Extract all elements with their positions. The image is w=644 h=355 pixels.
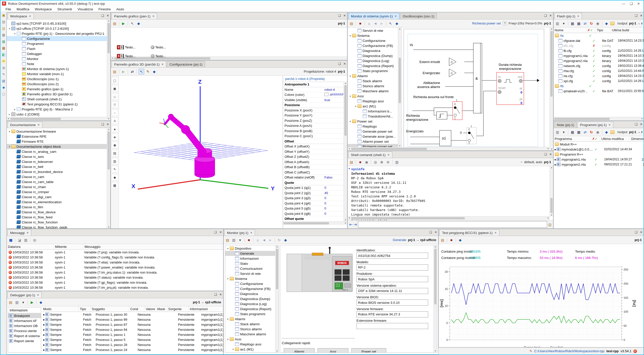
tree-item[interactable]: ▾Progetto RTE (prj-1) - Deescrizione del… bbox=[7, 31, 110, 36]
tree-item[interactable]: Generale bbox=[225, 251, 279, 256]
column-header[interactable]: Mittente bbox=[54, 244, 84, 249]
message-row[interactable]: ✕10/03/2022 10:36:58sysm-1Variabile (?.s… bbox=[7, 275, 223, 280]
hand-icon[interactable]: ◉ bbox=[595, 21, 600, 26]
tab-programmi[interactable]: Programmi (prj-1)✕ bbox=[577, 122, 613, 128]
close-icon[interactable]: ✕ bbox=[640, 14, 642, 17]
pause-icon[interactable]: ▮▮ bbox=[8, 238, 13, 243]
close-icon[interactable]: ✕ bbox=[250, 231, 252, 234]
zoom-in-icon[interactable]: ⊕ bbox=[379, 160, 384, 165]
property-row[interactable]: Posizione A (posA) bbox=[283, 123, 347, 129]
back-icon[interactable]: ◄ bbox=[262, 238, 267, 243]
debug-info-item[interactable]: Informazioni OB bbox=[8, 323, 41, 328]
3d-tool-icon[interactable]: ◆ bbox=[112, 174, 118, 181]
tree-item[interactable]: Classe rc_flow_device bbox=[7, 210, 110, 215]
help-icon[interactable]: ◆ bbox=[283, 238, 288, 243]
tree-item[interactable]: ▾Documentazione object block bbox=[7, 144, 110, 149]
menu-item-visualizza[interactable]: Visualizza bbox=[75, 7, 95, 12]
close-icon[interactable]: ✕ bbox=[434, 230, 437, 234]
column-header[interactable]: ✗✓ bbox=[586, 27, 596, 33]
tree-item[interactable]: Classe rc_bounded_device bbox=[7, 169, 110, 174]
tree-item[interactable]: Classe rc_digi_cam bbox=[7, 194, 110, 199]
tree-item[interactable]: Informazioni base bbox=[225, 352, 279, 353]
message-row[interactable]: ✕10/03/2022 10:36:58sysm-1Variabile (?.t… bbox=[7, 285, 223, 290]
tree-item[interactable]: Classe rc_flow_function_pppb bbox=[7, 225, 110, 228]
expand-icon[interactable]: ▸ bbox=[43, 348, 45, 352]
tree-item[interactable]: Classe rc_crimper bbox=[7, 189, 110, 194]
tree-item[interactable]: Riepilogo bbox=[348, 124, 401, 129]
maximize-button[interactable]: ❏ bbox=[630, 2, 633, 6]
float-icon[interactable]: ❏ bbox=[338, 14, 341, 17]
float-icon[interactable]: ❏ bbox=[544, 14, 547, 17]
tree-item[interactable]: Generale power set bbox=[348, 129, 401, 134]
expand-icon[interactable]: ▸ bbox=[555, 147, 556, 151]
search-icon[interactable]: ◎ bbox=[373, 160, 378, 165]
copy-icon[interactable]: ▥ bbox=[231, 238, 236, 243]
dropdown-icon[interactable]: ▾ bbox=[561, 21, 566, 26]
help-icon[interactable]: ◆ bbox=[394, 21, 399, 26]
help-icon[interactable]: ◆ bbox=[458, 238, 463, 243]
forward-icon[interactable]: ► bbox=[268, 238, 273, 243]
expand-icon[interactable]: ▸ bbox=[43, 338, 45, 342]
close-icon[interactable]: ✕ bbox=[343, 62, 346, 66]
float-icon[interactable]: ❏ bbox=[429, 230, 432, 234]
tree-item[interactable]: Flash bbox=[7, 46, 110, 51]
field-value[interactable]: RP-2 bbox=[356, 264, 428, 271]
title-bar[interactable]: R Robox Development Environment x64, v3.… bbox=[1, 1, 643, 7]
tree-item[interactable]: Servizi di rete bbox=[225, 271, 279, 276]
property-row[interactable]: Quota joint 5 (qj5)0 bbox=[283, 206, 347, 211]
scrollbar[interactable]: ▲▼ bbox=[107, 128, 110, 228]
tree-item[interactable]: Classe rc_film bbox=[7, 204, 110, 210]
forward-icon[interactable]: ► bbox=[379, 21, 384, 26]
float-icon[interactable]: ❏ bbox=[214, 230, 217, 234]
tree-item[interactable]: Classe rc_elementlocation bbox=[7, 199, 110, 204]
tree-item[interactable]: Stato bbox=[225, 261, 279, 266]
expand-icon[interactable]: ▸ bbox=[13, 108, 16, 111]
tree-item[interactable]: Allarmi power set bbox=[348, 139, 401, 144]
dropdown-icon[interactable]: ▾ bbox=[561, 130, 566, 135]
tree-item[interactable]: Classe rc_axis bbox=[7, 154, 110, 159]
scrollbar[interactable]: ▲▼ bbox=[550, 27, 553, 151]
expand-icon[interactable]: ▾ bbox=[8, 27, 11, 30]
expand-icon[interactable]: ▾ bbox=[231, 348, 235, 351]
expand-icon[interactable]: ▾ bbox=[349, 95, 352, 98]
toggle-switch[interactable]: 01 bbox=[117, 54, 124, 58]
tree-item[interactable]: Pannello grafico 3D (pan3d-1) bbox=[7, 92, 110, 97]
help-icon[interactable]: ◆ bbox=[152, 69, 157, 74]
sync-icon[interactable]: ⇄ bbox=[583, 130, 588, 135]
tree-item[interactable]: ▾Power set bbox=[348, 119, 401, 124]
copy-icon[interactable]: ▥ bbox=[23, 238, 28, 243]
expand-icon[interactable]: ▸ bbox=[555, 163, 556, 166]
stop-icon[interactable]: ■ bbox=[449, 238, 454, 243]
column-header[interactable]: Tipo bbox=[79, 306, 91, 312]
program-row[interactable]: ▸myprogram2.r4a✓09/02/2022 17:21:21102 bbox=[554, 162, 644, 167]
property-row[interactable]: Offset Y (offsetY) bbox=[283, 149, 347, 155]
tree-item[interactable]: Informazioni bbox=[225, 256, 279, 261]
close-icon[interactable]: ✕ bbox=[37, 123, 40, 127]
left-toolbar-icon[interactable]: ✉ bbox=[2, 59, 6, 63]
left-toolbar-icon[interactable]: ◆ bbox=[2, 85, 6, 90]
property-row[interactable]: Offset relativi (relOff)Falso bbox=[283, 175, 347, 180]
program-row[interactable]: Moduli R++ bbox=[554, 142, 644, 147]
shell-command-input[interactable] bbox=[358, 221, 547, 228]
properties-icon[interactable]: ▤ bbox=[112, 69, 117, 74]
expand-icon[interactable]: ▸ bbox=[8, 113, 11, 116]
flash-file-row[interactable]: myprogram2.r4a✓binary19/04/2021 14:10:36 bbox=[554, 58, 644, 63]
quick-link-button-power-set[interactable]: Power set bbox=[351, 348, 386, 353]
program-row[interactable]: ▸myprogram1.r4a✓19/04/2021 14:50:272.22 bbox=[554, 157, 644, 162]
tree-item[interactable]: Note bbox=[7, 61, 110, 66]
property-row[interactable]: Visibile (visible)true bbox=[283, 98, 347, 103]
scrollbar[interactable]: ▲▼ bbox=[275, 245, 279, 352]
tree-item[interactable]: Storico allarmi bbox=[348, 83, 401, 88]
close-icon[interactable]: ✕ bbox=[37, 293, 39, 297]
3d-tool-icon[interactable]: ▤ bbox=[112, 150, 118, 156]
tab-debugger[interactable]: Debugger (prj-1)✕ bbox=[8, 292, 42, 298]
help-icon[interactable]: ◆ bbox=[38, 300, 43, 305]
tree-item[interactable]: Configurazione bbox=[348, 38, 401, 43]
3d-tool-icon[interactable]: A bbox=[112, 117, 118, 124]
dropdown-icon[interactable]: ▾ bbox=[238, 238, 243, 243]
column-header[interactable]: Ultima modifica bbox=[600, 136, 630, 141]
tree-item[interactable]: ▾Assi bbox=[348, 94, 401, 99]
tree-item[interactable]: Diagnostica (Dump) bbox=[348, 53, 401, 58]
column-header[interactable]: Informazioni bbox=[189, 306, 223, 312]
property-row[interactable]: Quota joint 6 (qj6)0 bbox=[283, 211, 347, 217]
